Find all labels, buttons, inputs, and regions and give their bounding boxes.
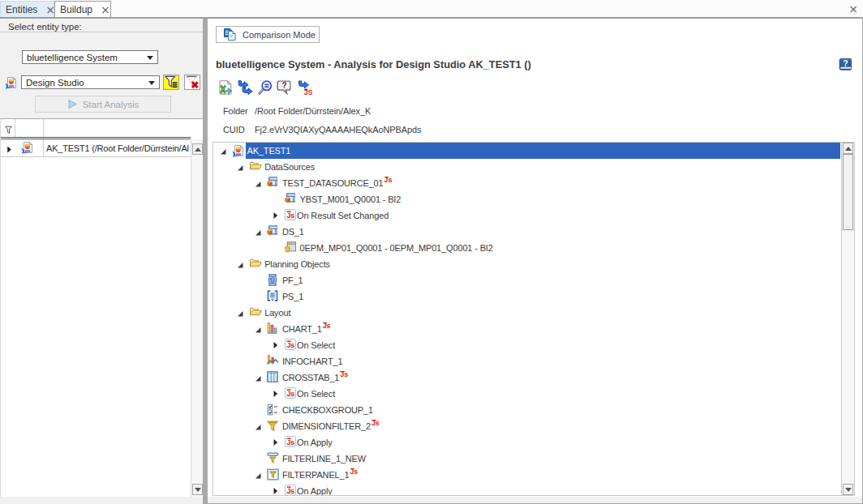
tree-row-label: AK_TEST1 xyxy=(247,146,291,156)
tree-expander-expanded-icon[interactable] xyxy=(255,472,262,481)
system-combobox-value: bluetelligence System xyxy=(27,53,118,62)
svg-text:Js: Js xyxy=(286,341,294,349)
tree-row[interactable]: Js On Select xyxy=(213,337,854,353)
tree-row[interactable]: Js On Apply xyxy=(213,434,854,451)
folder-row: Folder /Root Folder/Dürrstein/Alex_K xyxy=(223,106,248,116)
tree-expander-collapsed-icon[interactable] xyxy=(273,390,279,399)
entity-type-combobox-value: Design Studio xyxy=(26,78,84,88)
tree-row-label: On Apply xyxy=(297,438,332,447)
excel-export-icon[interactable] xyxy=(218,80,233,95)
entity-type-combobox[interactable]: Design Studio xyxy=(21,75,160,89)
tree-row-label: CHART_1Js xyxy=(282,324,331,334)
tree-row[interactable]: INFOCHART_1 xyxy=(213,353,854,369)
tree-row-label: On Apply xyxy=(297,486,332,496)
tree-row[interactable]: CHECKBOXGROUP_1 xyxy=(213,402,854,418)
tree-row-label: DataSources xyxy=(264,162,315,172)
help-button[interactable]: ? xyxy=(839,58,852,73)
checkboxgroup-icon xyxy=(267,404,279,417)
row-expander-collapsed-icon[interactable] xyxy=(6,145,12,155)
tree-expander-expanded-icon[interactable] xyxy=(255,180,262,190)
tree-expander-expanded-icon[interactable] xyxy=(237,261,244,271)
tree-row[interactable]: PF_1 xyxy=(213,272,854,288)
tree-row[interactable]: PS_1 xyxy=(213,288,854,305)
comparison-mode-label: Comparison Mode xyxy=(243,30,316,40)
tree-row-label: FILTERPANEL_1Js xyxy=(282,470,358,480)
tree-expander-expanded-icon[interactable] xyxy=(237,310,244,319)
tree-expander-collapsed-icon[interactable] xyxy=(273,487,279,496)
scroll-up-button[interactable] xyxy=(843,143,853,154)
tree-row[interactable]: YBST_M001_Q0001 - BI2 xyxy=(213,191,854,207)
system-combobox[interactable]: bluetelligence System xyxy=(22,50,158,64)
tree-row[interactable]: AK_TEST1 xyxy=(213,143,854,159)
tree-row-label: YBST_M001_Q0001 - BI2 xyxy=(300,194,401,204)
scroll-down-button[interactable] xyxy=(192,484,203,495)
tree-row[interactable]: CHART_1Js xyxy=(213,321,854,337)
tree-row[interactable]: TEST_DATASOURCE_01Js xyxy=(213,175,854,191)
tree-row[interactable]: DIMENSIONFILTER_2Js xyxy=(213,418,854,434)
entity-result-row[interactable]: AK_TEST1 (/Root Folder/Dürrstein/Al xyxy=(1,139,191,156)
tree-row-label: DS_1 xyxy=(282,227,304,237)
tree-expander-expanded-icon[interactable] xyxy=(255,229,262,238)
clear-filter-button[interactable] xyxy=(184,75,200,90)
tree-row-label: DIMENSIONFILTER_2Js xyxy=(282,421,380,431)
search-equals-icon[interactable] xyxy=(257,80,272,95)
js-superscript-badge: Js xyxy=(350,468,359,476)
tree-expander-collapsed-icon[interactable] xyxy=(273,211,279,221)
set-filter-button[interactable] xyxy=(163,75,179,90)
tree-row[interactable]: Js On Result Set Changed xyxy=(213,207,854,224)
tab-group-close-icon[interactable]: × xyxy=(848,2,858,15)
tree-row-label: Layout xyxy=(264,308,290,318)
tree-expander-expanded-icon[interactable] xyxy=(220,147,227,157)
selection-highlight xyxy=(246,143,841,159)
tree-row[interactable]: Js On Select xyxy=(213,386,854,402)
svg-text:?: ? xyxy=(843,59,848,68)
transfer-arrows-icon[interactable] xyxy=(238,80,252,95)
tree-row[interactable]: Js On Apply xyxy=(213,483,854,496)
js-script-icon: Js xyxy=(285,436,296,449)
scroll-down-button[interactable] xyxy=(843,484,853,495)
tree-row[interactable]: DS_1 xyxy=(213,224,854,240)
tab-entities-label: Entities xyxy=(6,4,37,15)
document-tab-bar: Entities × Buildup × × xyxy=(0,0,863,19)
tree-row[interactable]: Layout xyxy=(213,305,854,321)
scroll-up-arrow-icon xyxy=(195,147,201,152)
svg-text:Js: Js xyxy=(286,211,294,220)
tree-expander-collapsed-icon[interactable] xyxy=(273,341,279,351)
comparison-mode-button[interactable]: Comparison Mode xyxy=(216,26,320,43)
help-bubble-icon[interactable]: ? xyxy=(277,80,291,95)
folder-value: /Root Folder/Dürrstein/Alex_K xyxy=(255,106,371,116)
funnel-set-icon xyxy=(165,75,178,90)
tree-scrollbar[interactable] xyxy=(841,143,854,495)
tab-entities[interactable]: Entities × xyxy=(0,1,54,17)
tree-row[interactable]: FILTERPANEL_1Js xyxy=(213,467,854,483)
tree-expander-expanded-icon[interactable] xyxy=(237,164,244,173)
goto-script-icon[interactable]: JS xyxy=(296,80,311,95)
tab-buildup-close-icon[interactable]: × xyxy=(101,4,110,15)
scroll-thumb[interactable] xyxy=(843,154,853,230)
tree-expander-expanded-icon[interactable] xyxy=(255,423,262,433)
tree-expander-expanded-icon[interactable] xyxy=(255,374,262,384)
left-grid-scrollbar[interactable] xyxy=(191,139,204,498)
tree-row-label: On Result Set Changed xyxy=(297,211,389,220)
tree-row-label: 0EPM_MP01_Q0001 - 0EPM_MP01_Q0001 - BI2 xyxy=(300,243,493,253)
tree-row[interactable]: Planning Objects xyxy=(213,256,854,272)
datasource-icon xyxy=(267,177,278,190)
start-analysis-button[interactable]: Start Analysis xyxy=(35,96,171,113)
scroll-up-button[interactable] xyxy=(192,143,203,155)
tree-row[interactable]: CROSSTAB_1Js xyxy=(213,369,854,386)
start-analysis-label: Start Analysis xyxy=(83,100,140,109)
analysis-panel: Comparison Mode bluetelligence System - … xyxy=(208,19,862,497)
tree-row[interactable]: 0EPM_MP01_Q0001 - 0EPM_MP01_Q0001 - BI2 xyxy=(213,240,854,256)
panel-separator xyxy=(0,32,203,32)
tab-buildup[interactable]: Buildup × xyxy=(54,1,111,17)
tree-expander-collapsed-icon[interactable] xyxy=(273,438,279,448)
tree-row[interactable]: FILTERLINE_1_NEW xyxy=(213,451,854,467)
grid-row-separator xyxy=(1,156,191,157)
scroll-down-arrow-icon xyxy=(195,488,201,492)
tree-expander-expanded-icon[interactable] xyxy=(255,326,262,335)
svg-text:JS: JS xyxy=(304,88,312,96)
grid-filter-row-icon[interactable] xyxy=(5,126,12,136)
tree-row[interactable]: DataSources xyxy=(213,159,854,175)
design-studio-app-icon xyxy=(21,141,34,156)
chart-icon xyxy=(267,322,278,336)
